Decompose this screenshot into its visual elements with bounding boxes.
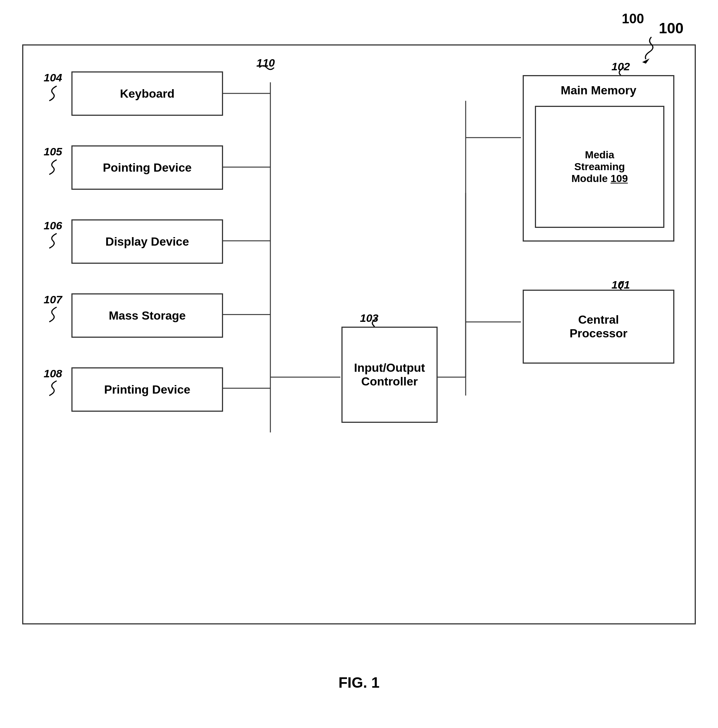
display-device-box: Display Device: [71, 219, 223, 264]
svg-text:100: 100: [659, 20, 684, 36]
keyboard-label: Keyboard: [120, 87, 175, 101]
main-memory-outer: Main Memory MediaStreamingModule 109: [523, 75, 674, 242]
figure-caption: FIG. 1: [338, 674, 380, 691]
ref-101: 101: [611, 278, 630, 291]
printing-device-label: Printing Device: [104, 383, 190, 396]
printing-device-box: Printing Device: [71, 367, 223, 412]
central-processor-box: CentralProcessor: [523, 290, 674, 364]
ref-103: 103: [360, 312, 378, 324]
main-memory-label: Main Memory: [524, 84, 673, 97]
svg-marker-12: [642, 58, 649, 64]
ref-105: 105: [44, 145, 62, 158]
pointing-device-box: Pointing Device: [71, 145, 223, 190]
pointing-device-label: Pointing Device: [103, 161, 191, 174]
media-streaming-box: MediaStreamingModule 109: [535, 106, 664, 228]
ref-104: 104: [44, 71, 62, 84]
diagram-container: Keyboard Pointing Device Display Device …: [22, 44, 696, 624]
media-streaming-ref: 109: [611, 173, 628, 184]
display-device-label: Display Device: [106, 235, 189, 249]
ref-107: 107: [44, 293, 62, 306]
media-streaming-label: MediaStreamingModule 109: [571, 149, 628, 184]
ref-108: 108: [44, 367, 62, 380]
ref-110: 110: [256, 57, 275, 69]
io-controller-box: Input/Output Controller: [341, 327, 438, 423]
io-controller-label: Input/Output Controller: [354, 361, 425, 388]
keyboard-box: Keyboard: [71, 71, 223, 116]
mass-storage-box: Mass Storage: [71, 293, 223, 338]
mass-storage-label: Mass Storage: [109, 309, 186, 323]
central-processor-label: CentralProcessor: [570, 313, 628, 340]
ref-106: 106: [44, 219, 62, 232]
